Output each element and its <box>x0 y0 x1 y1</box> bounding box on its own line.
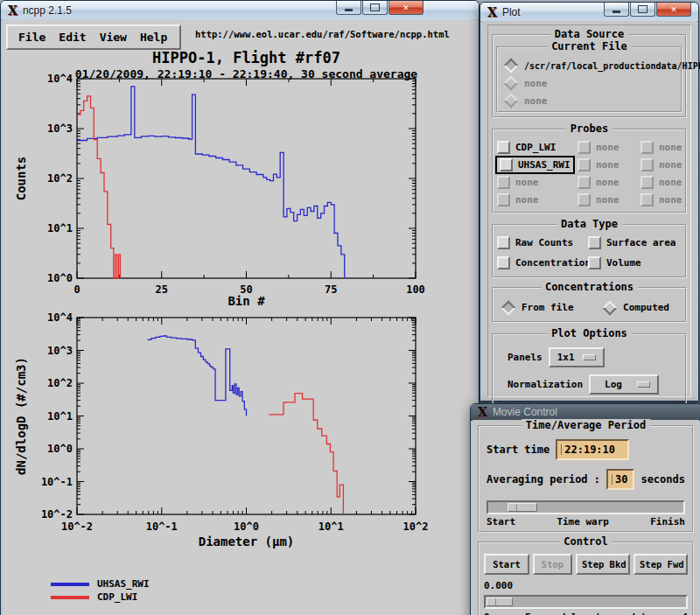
data-type-group: Data Type Raw Counts Surface area Concen… <box>492 224 687 278</box>
probe-label: none <box>596 142 620 153</box>
probe-cdp-lwi[interactable]: CDP_LWI <box>497 139 578 156</box>
probe-uhsas-rwi[interactable]: UHSAS_RWI <box>497 157 578 173</box>
movie-window-title: Movie Control <box>493 406 557 418</box>
keyboard-focus-outline: UHSAS_RWI <box>497 157 573 172</box>
averaging-period-field[interactable]: 30 <box>606 469 634 490</box>
frame-delay-slider[interactable] <box>484 595 688 609</box>
radio-selected-icon <box>501 300 516 315</box>
probe-none: none <box>640 192 700 208</box>
checkbox-icon <box>588 236 601 249</box>
concentrations-group: Concentrations From file Computed <box>492 287 687 323</box>
scale-max-label: 4 <box>682 612 688 615</box>
maximize-button[interactable] <box>630 3 655 17</box>
checkbox-icon <box>578 158 591 171</box>
close-button[interactable]: ✕ <box>656 3 691 17</box>
radio-icon <box>504 94 519 108</box>
option-label: Raw Counts <box>515 237 573 248</box>
plot-window: X Plot ✕ Data Source Current File /scr/r… <box>480 2 699 402</box>
svg-text:10^1: 10^1 <box>318 521 344 533</box>
check-volume[interactable]: Volume <box>588 255 682 271</box>
panels-dropdown[interactable]: 1x1 <box>549 347 605 367</box>
maximize-button[interactable] <box>362 1 388 15</box>
radio-icon <box>504 76 519 91</box>
check-raw-counts[interactable]: Raw Counts <box>497 234 588 251</box>
file-option-current[interactable]: /scr/raf/local_productiondata/HIPPO- <box>500 57 679 74</box>
time-slider-labels: Start Time warp Finish <box>486 516 685 528</box>
radio-computed[interactable]: Computed <box>602 299 669 316</box>
maximize-icon <box>370 3 380 11</box>
option-label: Surface area <box>606 237 676 248</box>
svg-text:10^4: 10^4 <box>47 73 73 85</box>
panels-row: Panels 1x1 <box>500 347 678 367</box>
minimize-button[interactable] <box>604 3 629 17</box>
maximize-icon <box>638 5 648 13</box>
close-button[interactable]: ✕ <box>388 1 424 15</box>
probe-label: none <box>659 159 682 171</box>
svg-text:10^1: 10^1 <box>47 222 73 234</box>
check-concentrations[interactable]: Concentrations <box>497 255 588 271</box>
probe-none: none <box>640 157 700 173</box>
time-slider-handle[interactable] <box>508 503 537 512</box>
plot-caption-buttons: ✕ <box>604 3 691 17</box>
normalization-value: Log <box>598 379 629 390</box>
plot-window-content: Data Source Current File /scr/raf/local_… <box>482 21 696 401</box>
size-distribution-chart: 10^-210^-110^010^110^210^-210^-110^010^1… <box>3 308 475 562</box>
concentrations-options: From file Computed <box>497 299 682 316</box>
probes-grid: CDP_LWI none none UHSAS_RWI <box>497 139 682 208</box>
svg-text:Diameter (µm): Diameter (µm) <box>199 535 295 549</box>
probe-none: none <box>640 139 700 156</box>
checkbox-icon <box>640 193 654 206</box>
data-source-title: Data Source <box>550 28 628 40</box>
probe-none: none <box>578 192 640 208</box>
plot-titlebar: X Plot ✕ <box>480 3 698 22</box>
time-slider[interactable] <box>486 500 685 514</box>
checkbox-icon <box>497 141 510 154</box>
start-time-field[interactable]: 22:19:10 <box>556 439 629 460</box>
frame-delay-labels: 0 Frame delay (seconds) 4 <box>484 612 688 615</box>
ncpp-content: File Edit View Help http://www.eol.ucar.… <box>3 19 477 615</box>
frame-delay-handle[interactable] <box>486 598 513 606</box>
normalization-label: Normalization <box>508 379 583 390</box>
svg-text:10^-1: 10^-1 <box>41 476 73 488</box>
minimize-button[interactable] <box>336 1 361 15</box>
control-title: Control <box>559 535 612 548</box>
plot-window-title: Plot <box>502 6 521 18</box>
probes-group: Probes CDP_LWI none none <box>492 129 687 213</box>
minimize-icon <box>345 9 353 11</box>
radio-from-file[interactable]: From file <box>500 299 574 316</box>
chart-legend: UHSAS_RWI CDP_LWI <box>51 577 150 604</box>
probe-none: none <box>497 192 578 208</box>
checkbox-icon <box>640 141 654 154</box>
legend-label-uhsas: UHSAS_RWI <box>97 578 150 590</box>
legend-item-uhsas: UHSAS_RWI <box>51 577 150 591</box>
probe-label: CDP_LWI <box>515 142 556 153</box>
option-label: Volume <box>606 257 641 269</box>
svg-text:10^0: 10^0 <box>234 521 259 533</box>
check-surface-area[interactable]: Surface area <box>588 234 682 251</box>
concentrations-title: Concentrations <box>541 281 638 293</box>
time-average-title: Time/Average Period <box>522 419 650 431</box>
normalization-dropdown[interactable]: Log <box>589 374 659 395</box>
option-label: Concentrations <box>515 257 597 269</box>
checkbox-icon <box>497 176 510 189</box>
stop-button[interactable]: Stop <box>533 554 572 575</box>
svg-text:10^4: 10^4 <box>47 311 73 324</box>
current-file-title: Current File <box>547 40 632 52</box>
svg-text:Counts: Counts <box>14 157 28 201</box>
movie-control-window: X Movie Control Time/Average Period Star… <box>470 403 700 615</box>
ncpp-caption-buttons: ✕ <box>336 1 424 15</box>
svg-text:10^-1: 10^-1 <box>146 521 178 533</box>
checkbox-icon <box>640 158 654 171</box>
step-fwd-button[interactable]: Step Fwd <box>634 554 688 575</box>
svg-text:0: 0 <box>74 283 80 296</box>
option-menu-icon <box>583 354 596 360</box>
step-bkd-button[interactable]: Step Bkd <box>576 554 630 575</box>
counts-histogram-chart: 025507510010^010^110^210^310^4Bin #Count… <box>3 38 475 311</box>
ncpp-window-title: ncpp 2.1.5 <box>23 4 72 17</box>
start-button[interactable]: Start <box>484 554 529 575</box>
checkbox-icon <box>588 256 601 269</box>
probe-label: none <box>515 177 539 188</box>
checkbox-icon <box>497 256 510 269</box>
slider-finish-label: Finish <box>650 516 685 528</box>
svg-text:HIPPO-1, Flight #rf07: HIPPO-1, Flight #rf07 <box>152 49 340 66</box>
